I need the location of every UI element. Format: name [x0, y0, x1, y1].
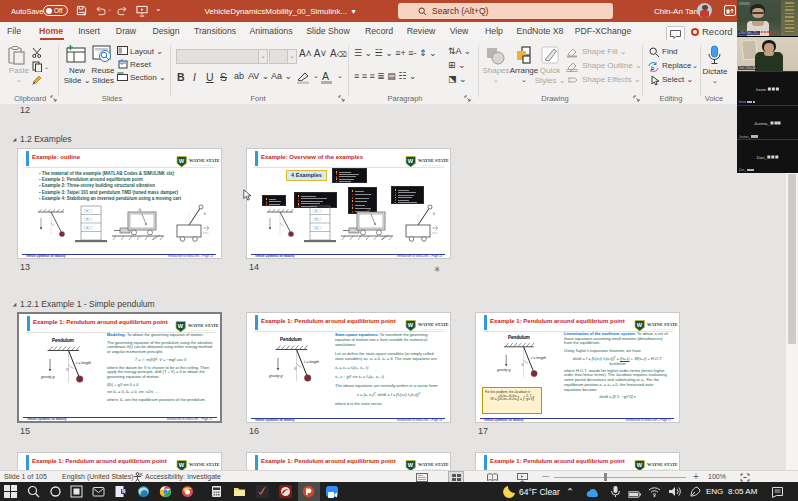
svg-text:WAYNE STATE: WAYNE STATE — [647, 322, 678, 327]
svg-text:W: W — [178, 323, 184, 329]
svg-text:W: W — [179, 158, 185, 164]
svg-text:W: W — [408, 322, 414, 328]
svg-text:W: W — [637, 462, 643, 468]
svg-text:W: W — [408, 462, 414, 468]
svg-text:WAYNE STATE: WAYNE STATE — [418, 322, 449, 327]
svg-text:W: W — [637, 322, 643, 328]
svg-text:N: N — [122, 489, 125, 494]
svg-text:W: W — [179, 462, 185, 468]
svg-text:WAYNE STATE: WAYNE STATE — [189, 462, 220, 467]
svg-text:WAYNE STATE: WAYNE STATE — [189, 158, 220, 163]
svg-text:b: b — [651, 65, 655, 71]
svg-text:W: W — [408, 158, 414, 164]
svg-text:WAYNE STATE: WAYNE STATE — [188, 323, 219, 328]
svg-text:WAYNE STATE: WAYNE STATE — [418, 462, 449, 467]
svg-text:WAYNE STATE: WAYNE STATE — [647, 462, 678, 467]
svg-text:WAYNE STATE: WAYNE STATE — [418, 158, 449, 163]
